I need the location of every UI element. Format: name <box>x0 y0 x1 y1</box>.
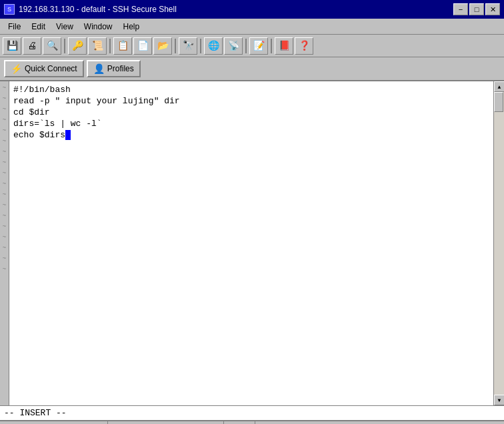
gutter-mark: ~ <box>0 221 9 232</box>
menu-view[interactable]: View <box>51 21 79 33</box>
gutter-mark: ~ <box>0 243 9 253</box>
menu-help[interactable]: Help <box>118 21 145 33</box>
gutter-mark: ~ <box>0 264 9 275</box>
terminal-line-empty-12 <box>13 265 489 277</box>
help-button[interactable]: ❓ <box>295 37 313 55</box>
quick-connect-label: Quick Connect <box>25 64 77 73</box>
disconnect-button[interactable]: 📡 <box>224 37 243 55</box>
gutter-mark: ~ <box>0 232 9 243</box>
gutter-mark: ~ <box>0 253 9 264</box>
menu-file[interactable]: File <box>3 21 26 33</box>
gutter-mark: ~ <box>0 200 9 211</box>
terminal-cursor <box>65 130 71 140</box>
script-button[interactable]: 📝 <box>249 37 268 55</box>
terminal-container[interactable]: ~ ~ ~ ~ ~ ~ ~ ~ ~ ~ ~ ~ ~ ~ ~ ~ ~ ~ #!/b… <box>0 81 504 405</box>
terminal-line-5: echo $dirs <box>13 129 489 141</box>
properties-button[interactable]: 🔍 <box>43 37 61 55</box>
toolbar-sep-3 <box>175 39 176 53</box>
toolbar: 💾 🖨 🔍 🔑 📜 📋 📄 📂 🔭 🌐 📡 📝 📕 ❓ <box>0 35 504 57</box>
terminal-line-empty-17 <box>13 322 489 333</box>
gutter-mark: ~ <box>0 104 9 115</box>
gutter-mark: ~ <box>0 179 9 189</box>
terminal-line-empty-7 <box>13 209 489 220</box>
menu-edit[interactable]: Edit <box>26 21 51 33</box>
terminal-line-empty-15 <box>13 299 489 311</box>
terminal-line-empty-16 <box>13 311 489 322</box>
paste-button[interactable]: 📄 <box>133 37 152 55</box>
save-button[interactable]: 💾 <box>3 37 21 55</box>
scroll-track[interactable] <box>494 92 504 395</box>
cert-button[interactable]: 📜 <box>88 37 107 55</box>
scroll-thumb[interactable] <box>494 92 503 112</box>
key-button[interactable]: 🔑 <box>68 37 87 55</box>
insert-mode-bar: -- INSERT -- <box>0 405 504 420</box>
toolbar-sep-6 <box>271 39 272 53</box>
menu-bar: File Edit View Window Help <box>0 19 504 35</box>
terminal-line-empty-2 <box>13 152 489 163</box>
profiles-label: Profiles <box>107 64 134 73</box>
terminal-line-empty-6 <box>13 197 489 209</box>
dimensions-status: 80x24 <box>224 421 255 424</box>
insert-mode-text: -- INSERT -- <box>4 408 67 418</box>
gutter-mark: ~ <box>0 125 9 136</box>
status-bar: Connected to 192.168.31.130 SSH2 - aes12… <box>0 420 504 424</box>
toolbar-sep-2 <box>109 39 111 53</box>
connect-button[interactable]: 🌐 <box>204 37 223 55</box>
gutter-mark: ~ <box>0 93 9 104</box>
copy-button[interactable]: 📋 <box>113 37 132 55</box>
terminal-line-empty-5 <box>13 186 489 197</box>
menu-window[interactable]: Window <box>79 21 118 33</box>
window-title: 192.168.31.130 - default - SSH Secure Sh… <box>19 5 177 14</box>
bookmark-button[interactable]: 📕 <box>275 37 293 55</box>
terminal-line-2: read -p " input your lujing" dir <box>13 95 489 107</box>
gutter-mark: ~ <box>0 115 9 125</box>
terminal-content[interactable]: #!/bin/bash read -p " input your lujing"… <box>9 81 493 405</box>
close-button[interactable]: ✕ <box>485 3 500 15</box>
minimize-button[interactable]: − <box>453 3 468 15</box>
terminal-gutter: ~ ~ ~ ~ ~ ~ ~ ~ ~ ~ ~ ~ ~ ~ ~ ~ ~ ~ <box>0 81 9 405</box>
quickconnect-bar: ⚡ Quick Connect 👤 Profiles <box>0 57 504 81</box>
gutter-mark: ~ <box>0 168 9 179</box>
scroll-down-button[interactable]: ▼ <box>494 395 504 405</box>
quick-connect-button[interactable]: ⚡ Quick Connect <box>4 60 84 77</box>
toolbar-sep-4 <box>200 39 201 53</box>
scroll-up-button[interactable]: ▲ <box>494 81 504 92</box>
terminal-line-4: dirs=`ls | wc -l` <box>13 118 489 129</box>
transfer-button[interactable]: 📂 <box>153 37 172 55</box>
terminal-line-empty-9 <box>13 231 489 243</box>
profiles-icon: 👤 <box>93 63 105 74</box>
toolbar-sep-1 <box>64 39 65 53</box>
profiles-button[interactable]: 👤 Profiles <box>87 60 141 77</box>
gutter-mark: ~ <box>0 136 9 147</box>
title-bar: S 192.168.31.130 - default - SSH Secure … <box>0 0 504 19</box>
toolbar-sep-5 <box>245 39 247 53</box>
terminal-line-empty-4 <box>13 175 489 186</box>
terminal-scrollbar[interactable]: ▲ ▼ <box>493 81 504 405</box>
terminal-line-empty-18 <box>13 333 489 345</box>
gutter-mark: ~ <box>0 211 9 221</box>
gutter-mark: ~ <box>0 83 9 93</box>
terminal-line-empty-14 <box>13 288 489 299</box>
encryption-status: SSH2 - aes128-cbc - hmac-md5 <box>108 421 224 424</box>
terminal-line-1: #!/bin/bash <box>13 84 489 95</box>
title-bar-controls: − □ ✕ <box>453 3 500 15</box>
terminal-line-empty-3 <box>13 163 489 175</box>
find-button[interactable]: 🔭 <box>179 37 197 55</box>
terminal-line-empty-8 <box>13 220 489 231</box>
print-button[interactable]: 🖨 <box>23 37 41 55</box>
gutter-mark: ~ <box>0 147 9 157</box>
gutter-mark: ~ <box>0 189 9 200</box>
terminal-line-3: cd $dir <box>13 107 489 118</box>
terminal-line-empty-10 <box>13 243 489 254</box>
app-icon: S <box>4 4 15 15</box>
gutter-mark: ~ <box>0 157 9 168</box>
maximize-button[interactable]: □ <box>469 3 484 15</box>
title-bar-left: S 192.168.31.130 - default - SSH Secure … <box>4 4 177 15</box>
terminal-line-empty-11 <box>13 254 489 265</box>
terminal-line-empty-1 <box>13 141 489 152</box>
terminal-line-empty-13 <box>13 277 489 288</box>
quick-connect-icon: ⚡ <box>11 63 22 74</box>
connection-status: Connected to 192.168.31.130 <box>0 421 108 424</box>
